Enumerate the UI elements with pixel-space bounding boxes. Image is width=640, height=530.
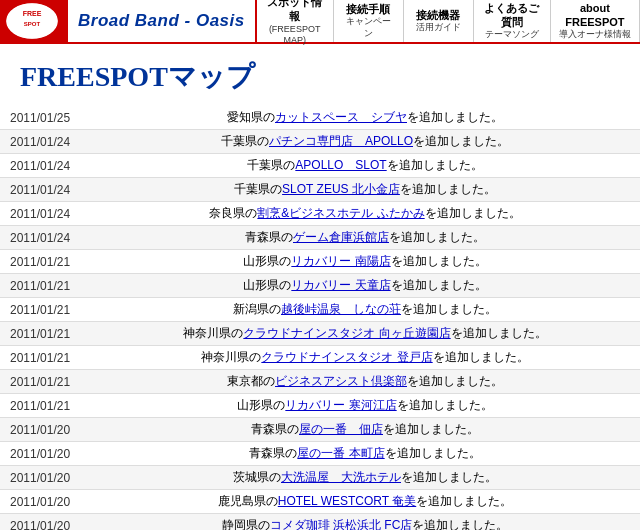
info-cell: 奈良県の割烹&ビジネスホテル ふたかみを追加しました。	[90, 202, 640, 226]
info-cell: 千葉県のSLOT ZEUS 北小金店を追加しました。	[90, 178, 640, 202]
brand-text: Broad Band - Oasis	[78, 11, 245, 31]
table-row: 2011/01/24千葉県のAPOLLO SLOTを追加しました。	[0, 154, 640, 178]
table-row: 2011/01/25愛知県のカットスペース シブヤを追加しました。	[0, 106, 640, 130]
table-row: 2011/01/24奈良県の割烹&ビジネスホテル ふたかみを追加しました。	[0, 202, 640, 226]
info-cell: 千葉県のAPOLLO SLOTを追加しました。	[90, 154, 640, 178]
location-link[interactable]: カットスペース シブヤ	[275, 110, 407, 124]
info-cell: 青森県の屋の一番 佃店を追加しました。	[90, 418, 640, 442]
info-cell: 静岡県のコメダ珈琲 浜松浜北 FC店を追加しました。	[90, 514, 640, 531]
info-cell: 山形県のリカバリー 寒河江店を追加しました。	[90, 394, 640, 418]
date-cell: 2011/01/20	[0, 418, 90, 442]
location-link[interactable]: リカバリー 天童店	[291, 278, 390, 292]
location-link[interactable]: リカバリー 寒河江店	[285, 398, 396, 412]
table-body: 2011/01/25愛知県のカットスペース シブヤを追加しました。2011/01…	[0, 106, 640, 530]
table-row: 2011/01/24千葉県のSLOT ZEUS 北小金店を追加しました。	[0, 178, 640, 202]
date-cell: 2011/01/24	[0, 130, 90, 154]
table-row: 2011/01/21山形県のリカバリー 寒河江店を追加しました。	[0, 394, 640, 418]
location-link[interactable]: クラウドナインスタジオ 登戸店	[261, 350, 432, 364]
location-link[interactable]: パチンコ専門店 APOLLO	[269, 134, 413, 148]
table-row: 2011/01/20青森県の屋の一番 佃店を追加しました。	[0, 418, 640, 442]
location-link[interactable]: APOLLO SLOT	[295, 158, 386, 172]
location-link[interactable]: コメダ珈琲 浜松浜北 FC店	[270, 518, 413, 530]
location-link[interactable]: ビジネスアシスト倶楽部	[275, 374, 407, 388]
date-cell: 2011/01/24	[0, 178, 90, 202]
location-link[interactable]: 屋の一番 佃店	[299, 422, 383, 436]
nav-item-4[interactable]: about FREESPOT導入オーナ様情報	[551, 0, 640, 42]
logo-area: FREE SPOT	[0, 0, 68, 42]
date-cell: 2011/01/20	[0, 466, 90, 490]
info-cell: 山形県のリカバリー 南陽店を追加しました。	[90, 250, 640, 274]
location-link[interactable]: SLOT ZEUS 北小金店	[282, 182, 400, 196]
location-link[interactable]: リカバリー 南陽店	[291, 254, 390, 268]
header: FREE SPOT Broad Band - Oasis スポット情報(FREE…	[0, 0, 640, 44]
location-link[interactable]: HOTEL WESTCORT 奄美	[278, 494, 416, 508]
info-cell: 青森県の屋の一番 本町店を追加しました。	[90, 442, 640, 466]
location-link[interactable]: 屋の一番 本町店	[297, 446, 384, 460]
table-row: 2011/01/21神奈川県のクラウドナインスタジオ 登戸店を追加しました。	[0, 346, 640, 370]
nav-item-3[interactable]: よくあるご質問テーマソング	[474, 0, 551, 42]
info-cell: 東京都のビジネスアシスト倶楽部を追加しました。	[90, 370, 640, 394]
location-link[interactable]: 越後峠温泉 しなの荘	[281, 302, 401, 316]
info-cell: 茨城県の大洗温屋 大洗ホテルを追加しました。	[90, 466, 640, 490]
svg-text:FREE: FREE	[23, 10, 42, 17]
date-cell: 2011/01/20	[0, 490, 90, 514]
date-cell: 2011/01/21	[0, 370, 90, 394]
date-cell: 2011/01/21	[0, 394, 90, 418]
date-cell: 2011/01/21	[0, 322, 90, 346]
location-link[interactable]: 大洗温屋 大洗ホテル	[281, 470, 401, 484]
content-table: 2011/01/25愛知県のカットスペース シブヤを追加しました。2011/01…	[0, 106, 640, 530]
nav-item-1[interactable]: 接続手順キャンペーン	[334, 0, 404, 42]
date-cell: 2011/01/21	[0, 250, 90, 274]
info-cell: 愛知県のカットスペース シブヤを追加しました。	[90, 106, 640, 130]
info-cell: 神奈川県のクラウドナインスタジオ 登戸店を追加しました。	[90, 346, 640, 370]
table-row: 2011/01/21神奈川県のクラウドナインスタジオ 向ヶ丘遊園店を追加しました…	[0, 322, 640, 346]
table-row: 2011/01/21東京都のビジネスアシスト倶楽部を追加しました。	[0, 370, 640, 394]
table-row: 2011/01/20青森県の屋の一番 本町店を追加しました。	[0, 442, 640, 466]
freespot-logo: FREE SPOT	[6, 3, 58, 39]
date-cell: 2011/01/24	[0, 226, 90, 250]
info-cell: 神奈川県のクラウドナインスタジオ 向ヶ丘遊園店を追加しました。	[90, 322, 640, 346]
date-cell: 2011/01/24	[0, 202, 90, 226]
brand-area: Broad Band - Oasis	[68, 0, 257, 42]
nav-item-0[interactable]: スポット情報(FREESPOT MAP)	[257, 0, 334, 42]
location-link[interactable]: 割烹&ビジネスホテル ふたかみ	[257, 206, 424, 220]
nav-area: スポット情報(FREESPOT MAP)接続手順キャンペーン接続機器活用ガイドよ…	[257, 0, 640, 42]
page-title: FREESPOTマップ	[0, 44, 640, 106]
date-cell: 2011/01/21	[0, 298, 90, 322]
info-cell: 千葉県のパチンコ専門店 APOLLOを追加しました。	[90, 130, 640, 154]
date-cell: 2011/01/24	[0, 154, 90, 178]
date-cell: 2011/01/21	[0, 274, 90, 298]
date-cell: 2011/01/25	[0, 106, 90, 130]
date-cell: 2011/01/20	[0, 442, 90, 466]
info-cell: 新潟県の越後峠温泉 しなの荘を追加しました。	[90, 298, 640, 322]
info-cell: 山形県のリカバリー 天童店を追加しました。	[90, 274, 640, 298]
date-cell: 2011/01/21	[0, 346, 90, 370]
table-row: 2011/01/21新潟県の越後峠温泉 しなの荘を追加しました。	[0, 298, 640, 322]
table-row: 2011/01/20静岡県のコメダ珈琲 浜松浜北 FC店を追加しました。	[0, 514, 640, 531]
info-cell: 青森県のゲーム倉庫浜館店を追加しました。	[90, 226, 640, 250]
date-cell: 2011/01/20	[0, 514, 90, 531]
table-row: 2011/01/20茨城県の大洗温屋 大洗ホテルを追加しました。	[0, 466, 640, 490]
svg-text:SPOT: SPOT	[24, 21, 41, 27]
location-link[interactable]: クラウドナインスタジオ 向ヶ丘遊園店	[243, 326, 450, 340]
table-row: 2011/01/21山形県のリカバリー 天童店を追加しました。	[0, 274, 640, 298]
location-link[interactable]: ゲーム倉庫浜館店	[293, 230, 389, 244]
table-row: 2011/01/20鹿児島県のHOTEL WESTCORT 奄美を追加しました。	[0, 490, 640, 514]
table-row: 2011/01/24千葉県のパチンコ専門店 APOLLOを追加しました。	[0, 130, 640, 154]
table-row: 2011/01/24青森県のゲーム倉庫浜館店を追加しました。	[0, 226, 640, 250]
info-cell: 鹿児島県のHOTEL WESTCORT 奄美を追加しました。	[90, 490, 640, 514]
table-row: 2011/01/21山形県のリカバリー 南陽店を追加しました。	[0, 250, 640, 274]
nav-item-2[interactable]: 接続機器活用ガイド	[404, 0, 474, 42]
